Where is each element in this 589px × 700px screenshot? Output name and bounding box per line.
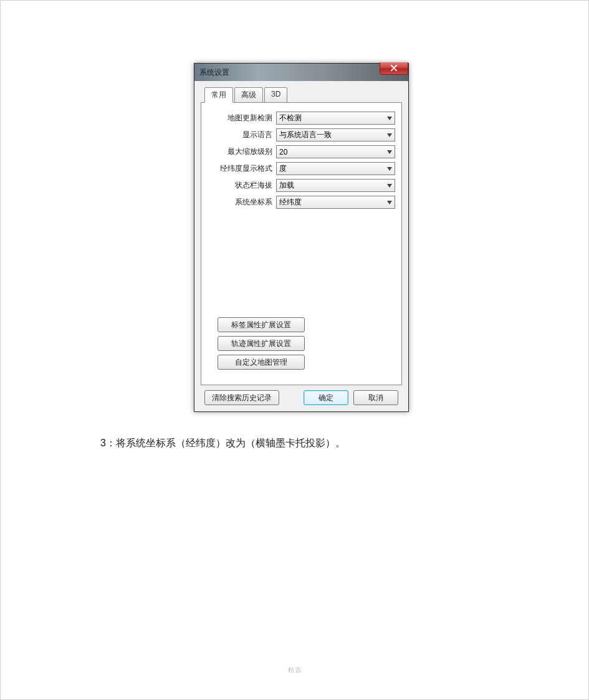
extension-buttons: 标签属性扩展设置 轨迹属性扩展设置 自定义地图管理 [208, 315, 395, 378]
chevron-down-icon [387, 184, 392, 188]
label-coordinate-system: 系统坐标系 [208, 197, 276, 208]
close-icon [390, 64, 398, 73]
row-latlng-format: 经纬度显示格式 度 [208, 162, 395, 175]
label-statusbar-elevation: 状态栏海拔 [208, 180, 276, 191]
chevron-down-icon [387, 201, 392, 204]
tab-3d[interactable]: 3D [264, 87, 287, 103]
close-button[interactable] [380, 62, 408, 75]
combo-map-update-check[interactable]: 不检测 [276, 112, 395, 125]
combo-value: 加载 [279, 180, 294, 191]
chevron-down-icon [387, 133, 392, 137]
dialog-content: 常用 高级 3D 地图更新检测 不检测 显示语言 与系统语言一致 [194, 81, 408, 411]
combo-max-zoom[interactable]: 20 [276, 145, 395, 158]
dialog-title: 系统设置 [199, 67, 229, 78]
bottom-bar: 清除搜索历史记录 确定 取消 [201, 385, 402, 405]
label-display-language: 显示语言 [208, 130, 276, 140]
label-latlng-format: 经纬度显示格式 [208, 163, 276, 174]
chevron-down-icon [387, 150, 392, 154]
combo-value: 20 [279, 148, 287, 156]
tab-strip: 常用 高级 3D [201, 87, 402, 103]
tab-advanced[interactable]: 高级 [234, 87, 263, 103]
row-map-update-check: 地图更新检测 不检测 [208, 112, 395, 125]
row-max-zoom: 最大缩放级别 20 [208, 145, 395, 158]
row-display-language: 显示语言 与系统语言一致 [208, 128, 395, 141]
row-coordinate-system: 系统坐标系 经纬度 [208, 196, 395, 209]
combo-value: 度 [279, 163, 287, 174]
tab-general[interactable]: 常用 [204, 87, 233, 103]
tab-panel-general: 地图更新检测 不检测 显示语言 与系统语言一致 最大缩放级别 [201, 102, 402, 385]
clear-history-button[interactable]: 清除搜索历史记录 [204, 390, 279, 405]
custom-map-manage-button[interactable]: 自定义地图管理 [218, 355, 305, 370]
cancel-button[interactable]: 取消 [353, 390, 398, 405]
combo-value: 经纬度 [279, 197, 302, 208]
combo-value: 不检测 [279, 113, 302, 123]
combo-display-language[interactable]: 与系统语言一致 [276, 128, 395, 141]
ok-button[interactable]: 确定 [304, 390, 348, 405]
chevron-down-icon [387, 117, 392, 120]
track-attr-ext-button[interactable]: 轨迹属性扩展设置 [218, 336, 305, 351]
titlebar[interactable]: 系统设置 [194, 64, 408, 81]
row-statusbar-elevation: 状态栏海拔 加载 [208, 179, 395, 192]
chevron-down-icon [387, 167, 392, 171]
instruction-text: 3：将系统坐标系（经纬度）改为（横轴墨卡托投影）。 [100, 437, 345, 450]
system-settings-dialog: 系统设置 常用 高级 3D 地图更新检测 不检测 [194, 63, 409, 412]
label-attr-ext-button[interactable]: 标签属性扩展设置 [218, 317, 305, 332]
combo-value: 与系统语言一致 [279, 130, 332, 140]
label-max-zoom: 最大缩放级别 [208, 146, 276, 157]
combo-coordinate-system[interactable]: 经纬度 [276, 196, 395, 209]
panel-spacer [208, 213, 395, 315]
combo-statusbar-elevation[interactable]: 加载 [276, 179, 395, 192]
settings-form: 地图更新检测 不检测 显示语言 与系统语言一致 最大缩放级别 [208, 112, 395, 213]
footer-watermark: 精选 [1, 666, 588, 674]
combo-latlng-format[interactable]: 度 [276, 162, 395, 175]
label-map-update-check: 地图更新检测 [208, 113, 276, 123]
